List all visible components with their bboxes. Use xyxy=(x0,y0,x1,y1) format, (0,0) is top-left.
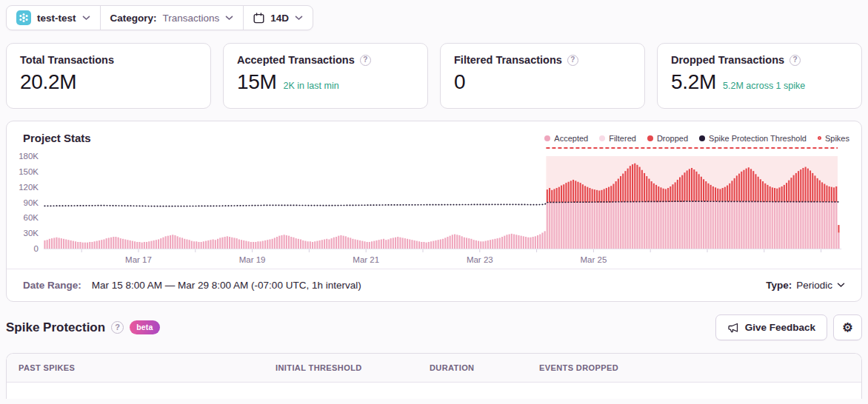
chart-type-selector[interactable]: Type: Periodic xyxy=(766,280,845,291)
legend-item-filtered[interactable]: Filtered xyxy=(599,134,636,143)
table-header-row: PAST SPIKES INITIAL THRESHOLD DURATION E… xyxy=(7,354,861,383)
svg-text:120K: 120K xyxy=(19,183,39,192)
card-subtext: 5.2M across 1 spike xyxy=(723,81,805,91)
svg-text:Mar 23: Mar 23 xyxy=(467,255,493,264)
project-stats-panel: Project Stats AcceptedFilteredDroppedSpi… xyxy=(6,121,862,302)
type-label: Type: xyxy=(766,280,792,291)
legend-marker xyxy=(818,136,821,140)
spike-protection-header: Spike Protection ? beta Give Feedback ⚙ xyxy=(6,314,862,340)
help-icon[interactable]: ? xyxy=(567,55,578,66)
past-spikes-table: PAST SPIKES INITIAL THRESHOLD DURATION E… xyxy=(6,353,862,399)
legend-label: Filtered xyxy=(609,134,636,143)
legend-label: Spike Protection Threshold xyxy=(709,134,807,143)
chevron-down-icon xyxy=(295,16,303,21)
card-dropped-transactions: Dropped Transactions ? 5.2M 5.2M across … xyxy=(657,43,862,109)
legend-item-spike-protection-threshold[interactable]: Spike Protection Threshold xyxy=(699,134,807,143)
project-filter-bar: test-test Category: Transactions 14D xyxy=(6,5,313,30)
chart-footer: Date Range: Mar 15 8:00 AM — Mar 29 8:00… xyxy=(7,269,861,301)
gear-icon: ⚙ xyxy=(842,320,852,334)
date-range-label: Date Range: xyxy=(23,280,81,291)
date-range-text: Mar 15 8:00 AM — Mar 29 8:00 AM (-07:00 … xyxy=(92,280,361,291)
svg-text:30K: 30K xyxy=(24,229,39,238)
card-filtered-transactions: Filtered Transactions ? 0 xyxy=(440,43,645,109)
card-value: 5.2M xyxy=(671,70,716,94)
table-row[interactable] xyxy=(7,383,861,399)
help-icon[interactable]: ? xyxy=(111,321,124,334)
svg-text:Mar 21: Mar 21 xyxy=(353,255,379,264)
legend-marker xyxy=(599,135,605,141)
panel-title: Project Stats xyxy=(23,132,91,144)
legend-item-dropped[interactable]: Dropped xyxy=(647,134,688,143)
legend-label: Spikes xyxy=(825,134,849,143)
svg-text:0: 0 xyxy=(34,244,39,253)
svg-text:180K: 180K xyxy=(19,152,39,161)
legend-label: Accepted xyxy=(554,134,588,143)
calendar-icon xyxy=(253,13,264,24)
project-name: test-test xyxy=(37,13,76,24)
card-value: 0 xyxy=(454,70,465,94)
help-icon[interactable]: ? xyxy=(360,55,371,66)
type-value: Periodic xyxy=(796,280,832,291)
megaphone-icon xyxy=(727,322,739,334)
settings-button[interactable]: ⚙ xyxy=(833,314,862,340)
svg-text:Mar 19: Mar 19 xyxy=(239,255,266,264)
svg-text:Mar 25: Mar 25 xyxy=(581,255,607,264)
beta-badge: beta xyxy=(130,320,159,334)
give-feedback-button[interactable]: Give Feedback xyxy=(715,314,827,340)
card-accepted-transactions: Accepted Transactions ? 15M 2K in last m… xyxy=(223,43,428,109)
card-total-transactions: Total Transactions 20.2M xyxy=(6,43,211,109)
category-label: Category: xyxy=(110,13,157,24)
card-title: Total Transactions xyxy=(20,54,197,66)
card-title: Accepted Transactions xyxy=(237,54,355,66)
legend-label: Dropped xyxy=(657,134,688,143)
col-events-dropped: EVENTS DROPPED xyxy=(539,363,849,372)
section-title: Spike Protection xyxy=(6,320,105,335)
card-title: Dropped Transactions xyxy=(671,54,784,66)
svg-text:150K: 150K xyxy=(19,167,39,176)
chevron-down-icon xyxy=(82,16,90,21)
card-value: 15M xyxy=(237,70,277,94)
col-past-spikes: PAST SPIKES xyxy=(19,363,276,372)
col-initial-threshold: INITIAL THRESHOLD xyxy=(276,363,430,372)
card-value: 20.2M xyxy=(20,70,76,94)
category-selector[interactable]: Category: Transactions xyxy=(101,6,244,30)
stats-page: test-test Category: Transactions 14D Tot… xyxy=(0,0,868,399)
date-range-selector[interactable]: 14D xyxy=(244,6,313,30)
svg-text:60K: 60K xyxy=(24,213,39,222)
legend-marker xyxy=(647,135,653,141)
legend-item-spikes[interactable]: Spikes xyxy=(818,134,849,143)
legend-marker xyxy=(699,135,705,141)
date-range-value: 14D xyxy=(270,13,289,24)
project-platform-icon xyxy=(16,10,31,25)
chevron-down-icon xyxy=(837,283,845,288)
svg-text:Mar 17: Mar 17 xyxy=(125,255,152,264)
card-subtext: 2K in last min xyxy=(284,81,339,91)
chart-legend: AcceptedFilteredDroppedSpike Protection … xyxy=(544,134,849,143)
category-value: Transactions xyxy=(163,13,220,24)
col-duration: DURATION xyxy=(430,363,539,372)
legend-item-accepted[interactable]: Accepted xyxy=(544,134,588,143)
legend-marker xyxy=(544,135,550,141)
svg-text:90K: 90K xyxy=(24,198,39,207)
card-title: Filtered Transactions xyxy=(454,54,562,66)
project-stats-chart[interactable]: Mar 17Mar 19Mar 21Mar 23Mar 25030K60K90K… xyxy=(7,146,861,269)
button-label: Give Feedback xyxy=(745,322,815,333)
chevron-down-icon xyxy=(225,16,233,21)
help-icon[interactable]: ? xyxy=(789,55,801,66)
stat-cards-row: Total Transactions 20.2M Accepted Transa… xyxy=(6,43,862,109)
project-selector[interactable]: test-test xyxy=(7,6,100,30)
